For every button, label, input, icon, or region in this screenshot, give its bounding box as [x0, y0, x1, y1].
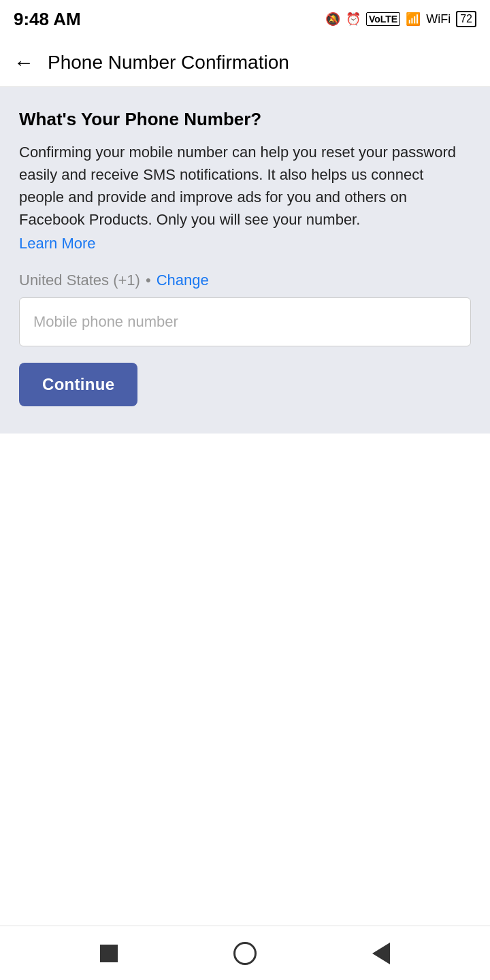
wifi-icon: WiFi — [426, 12, 451, 27]
volte-icon: VoLTE — [366, 12, 400, 26]
change-country-button[interactable]: Change — [157, 272, 209, 289]
card-description: Confirming your mobile number can help y… — [19, 141, 471, 231]
content-card: What's Your Phone Number? Confirming you… — [0, 87, 490, 434]
country-dot: • — [146, 272, 151, 289]
status-time: 9:48 AM — [14, 9, 81, 30]
status-icons: 🔕 ⏰ VoLTE 📶 WiFi 72 — [325, 11, 476, 27]
country-selector: United States (+1) • Change — [19, 272, 471, 289]
nav-bar — [0, 926, 490, 980]
back-button[interactable]: ← — [14, 51, 34, 74]
mute-icon: 🔕 — [325, 12, 340, 27]
continue-button[interactable]: Continue — [19, 363, 137, 406]
nav-triangle-icon — [372, 943, 390, 964]
nav-recent-apps-button[interactable] — [94, 938, 124, 968]
nav-circle-icon — [233, 942, 257, 965]
status-bar: 9:48 AM 🔕 ⏰ VoLTE 📶 WiFi 72 — [0, 0, 490, 38]
app-bar: ← Phone Number Confirmation — [0, 38, 490, 87]
country-name: United States (+1) — [19, 272, 140, 289]
alarm-icon: ⏰ — [346, 12, 361, 27]
main-content — [0, 434, 490, 926]
signal-icon: 📶 — [406, 12, 421, 27]
learn-more-link[interactable]: Learn More — [19, 235, 96, 252]
nav-home-button[interactable] — [230, 938, 260, 968]
app-bar-title: Phone Number Confirmation — [48, 52, 289, 74]
nav-square-icon — [100, 945, 118, 962]
nav-back-button[interactable] — [366, 938, 396, 968]
phone-number-input[interactable] — [19, 297, 471, 346]
card-heading: What's Your Phone Number? — [19, 109, 471, 130]
battery-icon: 72 — [456, 11, 476, 27]
